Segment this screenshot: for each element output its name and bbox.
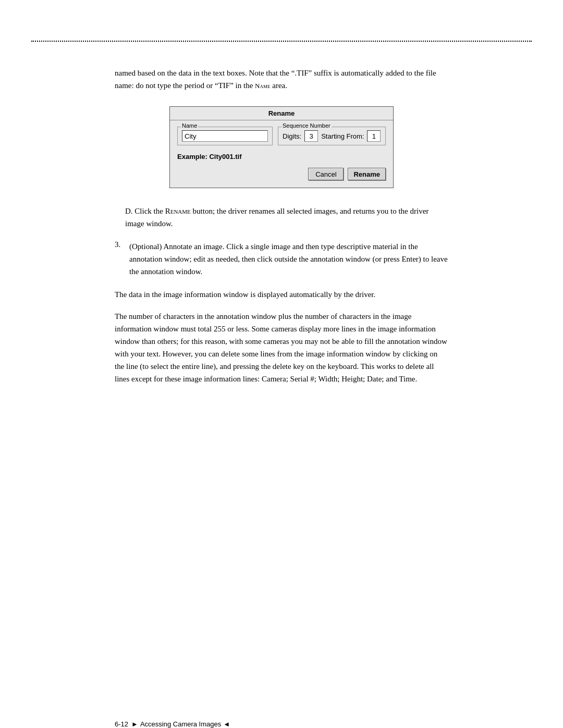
rename-dialog-container: Rename Name Sequence Number (169, 106, 394, 188)
sequence-group-label: Sequence Number (282, 122, 332, 129)
rename-dialog: Rename Name Sequence Number (169, 106, 394, 188)
intro-text-after: area. (270, 81, 287, 90)
section-d: D. Click the Rename button; the driver r… (115, 205, 448, 230)
starting-from-input[interactable] (367, 130, 381, 142)
section-3-text: (Optional) Annotate an image. Click a si… (129, 240, 448, 278)
intro-paragraph: named based on the data in the text boxe… (115, 67, 448, 92)
cancel-button[interactable]: Cancel (308, 168, 344, 180)
name-input[interactable] (182, 130, 268, 142)
page: named based on the data in the text boxe… (0, 31, 563, 728)
section-3: 3. (Optional) Annotate an image. Click a… (115, 240, 448, 278)
footer-arrow-right-icon: ► (131, 720, 138, 728)
dialog-title-bar: Rename (170, 107, 393, 120)
name-group: Name (177, 127, 273, 145)
dot-border (0, 31, 563, 51)
dialog-buttons-row: Cancel Rename (177, 168, 386, 180)
dialog-body: Name Sequence Number Digits: Starting Fr… (170, 120, 393, 188)
digits-input[interactable] (304, 130, 318, 142)
footer-page-number: 6-12 (115, 720, 128, 728)
dot-border-line (31, 41, 532, 42)
section-3-num: 3. (115, 240, 129, 278)
starting-from-label: Starting From: (321, 132, 364, 140)
section-d-text-before: Click the (134, 207, 165, 215)
digits-label: Digits: (283, 132, 301, 140)
example-text: Example: City001.tif (177, 153, 386, 161)
footer-title: Accessing Camera Images (140, 720, 221, 728)
footer: 6-12 ► Accessing Camera Images ◄ (0, 720, 563, 728)
paragraph-1: The data in the image information window… (115, 288, 448, 301)
dialog-title: Rename (268, 109, 295, 117)
footer-arrow-left-icon: ◄ (223, 720, 230, 728)
section-d-label: D. (125, 207, 133, 215)
panels-row: Name Sequence Number Digits: Starting Fr… (177, 127, 386, 145)
section-d-small-caps: Rename (165, 207, 191, 215)
name-group-label: Name (181, 122, 198, 129)
rename-button[interactable]: Rename (348, 168, 386, 180)
sequence-group: Sequence Number Digits: Starting From: (278, 127, 386, 145)
intro-small-caps: Name (255, 82, 270, 90)
paragraph-2: The number of characters in the annotati… (115, 310, 448, 385)
main-content: named based on the data in the text boxe… (0, 67, 563, 385)
sequence-inputs: Digits: Starting From: (283, 130, 381, 142)
